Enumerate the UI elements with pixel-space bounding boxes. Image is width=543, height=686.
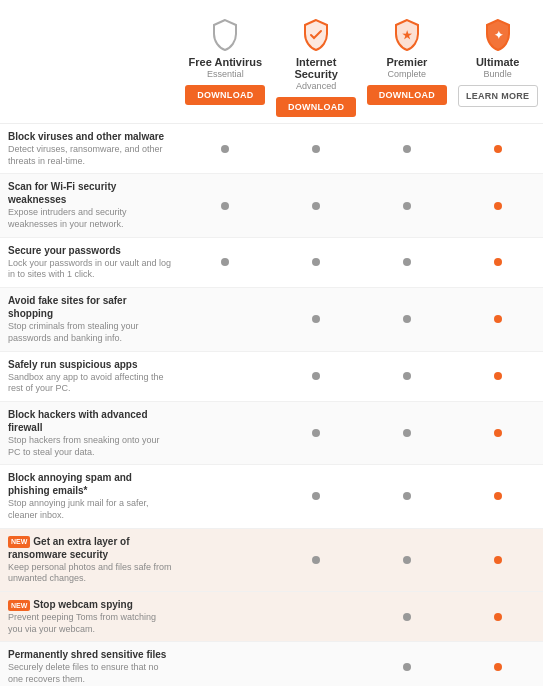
feature-dot-orange <box>494 315 502 323</box>
download-button-premier[interactable]: DOWNLOAD <box>367 85 447 105</box>
feature-dot-gray <box>403 429 411 437</box>
feature-row: Avoid fake sites for safer shoppingStop … <box>0 288 543 351</box>
feature-dot-orange <box>494 556 502 564</box>
feature-cell-0 <box>180 529 271 591</box>
feature-dot-gray <box>403 315 411 323</box>
feature-cell-0 <box>180 402 271 464</box>
shield-icon-ultimate: ✦ <box>483 18 513 52</box>
feature-row: Permanently shred sensitive filesSecurel… <box>0 642 543 686</box>
feature-dot-gray <box>312 145 320 153</box>
shield-icon-internet <box>301 18 331 52</box>
new-badge: NEW <box>8 600 30 611</box>
feature-title: Avoid fake sites for safer shopping <box>8 294 172 320</box>
feature-cell-2 <box>362 529 453 591</box>
shield-icon-free <box>210 18 240 52</box>
feature-dot-gray <box>312 258 320 266</box>
feature-desc: Stop criminals from stealing your passwo… <box>8 321 172 344</box>
feature-cell-3 <box>452 642 543 686</box>
feature-cell-1 <box>271 288 362 350</box>
feature-title: NEWStop webcam spying <box>8 598 172 611</box>
header-empty <box>0 10 180 123</box>
feature-title: Block annoying spam and phishing emails* <box>8 471 172 497</box>
plan-header-ultimate: ✦ Ultimate Bundle LEARN MORE <box>452 10 543 123</box>
plan-subtitle-ultimate: Bundle <box>484 69 512 79</box>
feature-dot-gray <box>221 145 229 153</box>
feature-cell-2 <box>362 592 453 641</box>
feature-dot-orange <box>494 258 502 266</box>
feature-row: Block hackers with advanced firewallStop… <box>0 402 543 465</box>
learn-more-button-ultimate[interactable]: LEARN MORE <box>458 85 538 107</box>
feature-dot-gray <box>221 258 229 266</box>
feature-row: Block viruses and other malwareDetect vi… <box>0 124 543 174</box>
plans-header: Free Antivirus Essential DOWNLOAD Intern… <box>0 0 543 124</box>
feature-dot-orange <box>494 372 502 380</box>
feature-cell-2 <box>362 174 453 236</box>
feature-cell-2 <box>362 238 453 287</box>
feature-dot-gray <box>221 202 229 210</box>
plan-header-free: Free Antivirus Essential DOWNLOAD <box>180 10 271 123</box>
svg-text:★: ★ <box>402 29 413 41</box>
feature-info-6: Block annoying spam and phishing emails*… <box>0 465 180 527</box>
feature-dot-gray <box>403 556 411 564</box>
feature-cell-3 <box>452 238 543 287</box>
feature-cell-3 <box>452 288 543 350</box>
feature-cell-3 <box>452 402 543 464</box>
feature-desc: Stop annoying junk mail for a safer, cle… <box>8 498 172 521</box>
feature-dot-orange <box>494 613 502 621</box>
feature-cell-1 <box>271 642 362 686</box>
feature-dot-gray <box>312 429 320 437</box>
feature-desc: Expose intruders and security weaknesses… <box>8 207 172 230</box>
feature-dot-gray <box>403 613 411 621</box>
feature-dot-gray <box>403 663 411 671</box>
feature-info-9: Permanently shred sensitive filesSecurel… <box>0 642 180 686</box>
feature-cell-3 <box>452 529 543 591</box>
feature-dot-gray <box>403 258 411 266</box>
feature-title: NEWGet an extra layer of ransomware secu… <box>8 535 172 561</box>
feature-cell-1 <box>271 529 362 591</box>
svg-text:✦: ✦ <box>493 29 502 41</box>
feature-cell-0 <box>180 465 271 527</box>
feature-title: Block hackers with advanced firewall <box>8 408 172 434</box>
plan-subtitle-free: Essential <box>207 69 244 79</box>
feature-dot-gray <box>403 372 411 380</box>
feature-dot-orange <box>494 492 502 500</box>
feature-dot-gray <box>312 556 320 564</box>
plan-name-ultimate: Ultimate <box>476 56 519 68</box>
feature-cell-1 <box>271 592 362 641</box>
feature-dot-orange <box>494 663 502 671</box>
feature-row: Secure your passwordsLock your passwords… <box>0 238 543 288</box>
feature-desc: Securely delete files to ensure that no … <box>8 662 172 685</box>
download-button-free[interactable]: DOWNLOAD <box>185 85 265 105</box>
feature-cell-1 <box>271 402 362 464</box>
feature-dot-orange <box>494 429 502 437</box>
feature-info-4: Safely run suspicious appsSandbox any ap… <box>0 352 180 401</box>
feature-desc: Stop hackers from sneaking onto your PC … <box>8 435 172 458</box>
feature-row: Scan for Wi-Fi security weaknessesExpose… <box>0 174 543 237</box>
new-badge: NEW <box>8 536 30 547</box>
download-button-internet[interactable]: DOWNLOAD <box>276 97 356 117</box>
feature-cell-1 <box>271 352 362 401</box>
feature-desc: Prevent peeping Toms from watching you v… <box>8 612 172 635</box>
feature-cell-0 <box>180 124 271 173</box>
feature-cell-0 <box>180 174 271 236</box>
feature-cell-1 <box>271 174 362 236</box>
feature-row: NEWGet an extra layer of ransomware secu… <box>0 529 543 592</box>
plan-header-premier: ★ Premier Complete DOWNLOAD <box>362 10 453 123</box>
feature-desc: Lock your passwords in our vault and log… <box>8 258 172 281</box>
feature-cell-0 <box>180 238 271 287</box>
feature-title: Safely run suspicious apps <box>8 358 172 371</box>
feature-title: Permanently shred sensitive files <box>8 648 172 661</box>
feature-info-8: NEWStop webcam spyingPrevent peeping Tom… <box>0 592 180 641</box>
feature-cell-1 <box>271 465 362 527</box>
feature-info-0: Block viruses and other malwareDetect vi… <box>0 124 180 173</box>
feature-cell-1 <box>271 238 362 287</box>
feature-dot-orange <box>494 145 502 153</box>
feature-desc: Sandbox any app to avoid affecting the r… <box>8 372 172 395</box>
feature-dot-gray <box>312 315 320 323</box>
feature-dot-gray <box>403 202 411 210</box>
plan-subtitle-internet: Advanced <box>296 81 336 91</box>
feature-cell-0 <box>180 592 271 641</box>
feature-info-1: Scan for Wi-Fi security weaknessesExpose… <box>0 174 180 236</box>
feature-row: Safely run suspicious appsSandbox any ap… <box>0 352 543 402</box>
feature-cell-1 <box>271 124 362 173</box>
